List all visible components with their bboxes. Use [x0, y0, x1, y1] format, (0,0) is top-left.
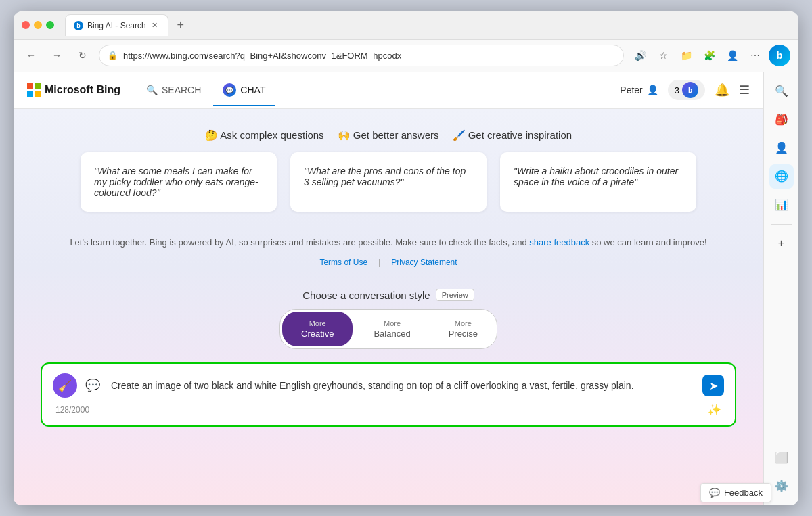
chat-tab[interactable]: 💬 CHAT — [213, 79, 275, 101]
main-content: Microsoft Bing 🔍 SEARCH 💬 CHAT Peter — [14, 72, 763, 505]
points-avatar: b — [682, 82, 698, 98]
balanced-sub-label: More — [384, 319, 401, 328]
feature-card-3: 🖌️ Get creative inspiration — [453, 129, 572, 141]
notification-icon[interactable]: 🔔 — [715, 83, 729, 97]
search-tab[interactable]: 🔍 SEARCH — [137, 80, 210, 99]
sidebar-office-icon[interactable]: 📊 — [769, 193, 794, 217]
sidebar-settings-icon[interactable]: ⚙️ — [769, 474, 794, 498]
user-icon: 👤 — [647, 85, 658, 95]
chat-input-field[interactable] — [111, 380, 694, 391]
example-card-2[interactable]: "What are the pros and cons of the top 3… — [290, 152, 487, 212]
sparkle-icon[interactable]: ✨ — [708, 403, 721, 416]
feedback-label: Feedback — [724, 488, 763, 498]
page-body: 🤔 Ask complex questions 🙌 Get better ans… — [14, 109, 763, 505]
user-name: Peter — [620, 85, 642, 95]
sidebar-add-icon[interactable]: + — [769, 231, 794, 256]
points-badge[interactable]: 3 b — [668, 80, 705, 100]
title-bar: b Bing AI - Search ✕ + — [14, 11, 798, 40]
feature-2-label: Get better answers — [353, 129, 439, 141]
example-card-3[interactable]: "Write a haiku about crocodiles in outer… — [500, 152, 696, 212]
conversation-style-buttons: More Creative More Balanced More Precise — [279, 309, 497, 349]
browser-body: Microsoft Bing 🔍 SEARCH 💬 CHAT Peter — [14, 72, 798, 505]
tab-close-button[interactable]: ✕ — [150, 21, 160, 30]
privacy-link[interactable]: Privacy Statement — [391, 258, 457, 267]
creative-sub-label: More — [309, 319, 326, 328]
example-card-2-text: "What are the pros and cons of the top 3… — [304, 166, 466, 187]
disclaimer: Let's learn together. Bing is powered by… — [14, 225, 763, 256]
refresh-button[interactable]: ↻ — [73, 46, 92, 65]
disclaimer-main-text: Let's learn together. Bing is powered by… — [70, 237, 526, 248]
bing-logo: Microsoft Bing — [27, 83, 120, 97]
ms-logo — [27, 83, 41, 97]
feedback-icon: 💬 — [709, 488, 720, 498]
back-button[interactable]: ← — [22, 46, 41, 65]
collections-icon[interactable]: 📁 — [677, 46, 696, 65]
sidebar-bottom: ⬜ ⚙️ — [769, 446, 794, 498]
address-bar: ← → ↻ 🔒 https://www.bing.com/search?q=Bi… — [14, 40, 798, 72]
feature-3-label: Get creative inspiration — [468, 129, 572, 141]
sidebar-bag-icon[interactable]: 🎒 — [769, 108, 794, 132]
sidebar-globe-icon[interactable]: 🌐 — [769, 164, 794, 189]
precise-style-button[interactable]: More Precise — [430, 310, 497, 348]
example-card-1-text: "What are some meals I can make for my p… — [94, 166, 258, 198]
maximize-button[interactable] — [46, 21, 54, 29]
tab-bar: b Bing AI - Search ✕ + — [65, 14, 790, 36]
sidebar-layout-icon[interactable]: ⬜ — [769, 446, 794, 470]
legal-separator: | — [378, 258, 380, 267]
forward-button[interactable]: → — [47, 46, 66, 65]
toolbar-icons: 🔊 ☆ 📁 🧩 👤 ⋯ b — [631, 45, 790, 66]
more-icon[interactable]: ⋯ — [746, 46, 765, 65]
ms-logo-blue — [27, 91, 33, 97]
tab-favicon: b — [74, 21, 83, 30]
message-icon: 💬 — [85, 378, 100, 393]
tab-title: Bing AI - Search — [87, 21, 146, 30]
minimize-button[interactable] — [34, 21, 42, 29]
ms-logo-red — [27, 83, 33, 89]
read-aloud-icon[interactable]: 🔊 — [631, 46, 650, 65]
share-feedback-link[interactable]: share feedback — [529, 237, 589, 248]
send-button[interactable]: ➤ — [702, 375, 724, 396]
char-count: 128/2000 — [55, 405, 89, 415]
example-card-1[interactable]: "What are some meals I can make for my p… — [81, 152, 277, 212]
sidebar-person-icon[interactable]: 👤 — [769, 136, 794, 160]
precise-sub-label: More — [455, 319, 472, 328]
bing-copilot-icon[interactable]: b — [769, 45, 790, 66]
feature-1-label: Ask complex questions — [220, 129, 323, 141]
conv-style-label: Choose a conversation style Preview — [302, 289, 474, 301]
favorites-icon[interactable]: ☆ — [654, 46, 673, 65]
chat-input-row: 🧹 💬 ➤ — [53, 373, 724, 398]
ms-logo-yellow — [35, 91, 41, 97]
sidebar-search-icon[interactable]: 🔍 — [769, 79, 794, 103]
profile-icon[interactable]: 👤 — [723, 46, 742, 65]
precise-main-label: Precise — [449, 329, 478, 340]
browser-window: b Bing AI - Search ✕ + ← → ↻ 🔒 https://w… — [14, 11, 798, 505]
broom-icon[interactable]: 🧹 — [53, 373, 77, 398]
nav-tabs: 🔍 SEARCH 💬 CHAT — [137, 79, 275, 101]
chat-input-area: 🧹 💬 ➤ 128/2000 ✨ — [41, 362, 736, 427]
header-right: Peter 👤 3 b 🔔 ☰ — [620, 80, 750, 100]
active-tab[interactable]: b Bing AI - Search ✕ — [65, 14, 168, 36]
lock-icon: 🔒 — [108, 51, 118, 60]
url-text: https://www.bing.com/search?q=Bing+AI&sh… — [123, 51, 401, 61]
extensions-icon[interactable]: 🧩 — [700, 46, 719, 65]
creative-main-label: Creative — [301, 329, 334, 340]
legal-links: Terms of Use | Privacy Statement — [14, 255, 763, 283]
new-tab-button[interactable]: + — [171, 16, 190, 34]
close-button[interactable] — [22, 21, 30, 29]
balanced-style-button[interactable]: More Balanced — [355, 310, 429, 348]
feature-card-2: 🙌 Get better answers — [338, 129, 439, 141]
bing-logo-text: Microsoft Bing — [45, 84, 120, 96]
feedback-button[interactable]: 💬 Feedback — [700, 483, 771, 502]
url-bar[interactable]: 🔒 https://www.bing.com/search?q=Bing+AI&… — [99, 45, 624, 66]
feature-2-emoji: 🙌 — [338, 129, 351, 141]
conv-style-label-text: Choose a conversation style — [302, 289, 430, 301]
conversation-style-section: Choose a conversation style Preview More… — [14, 283, 763, 362]
disclaimer-end-text: so we can learn and improve! — [592, 237, 707, 248]
right-sidebar: 🔍 🎒 👤 🌐 📊 + ⬜ ⚙️ — [763, 72, 798, 505]
chat-tab-label: CHAT — [240, 85, 265, 95]
feature-card-1: 🤔 Ask complex questions — [205, 129, 324, 141]
menu-icon[interactable]: ☰ — [739, 83, 750, 97]
sidebar-divider — [771, 224, 792, 225]
terms-link[interactable]: Terms of Use — [319, 258, 367, 267]
creative-style-button[interactable]: More Creative — [282, 312, 353, 346]
